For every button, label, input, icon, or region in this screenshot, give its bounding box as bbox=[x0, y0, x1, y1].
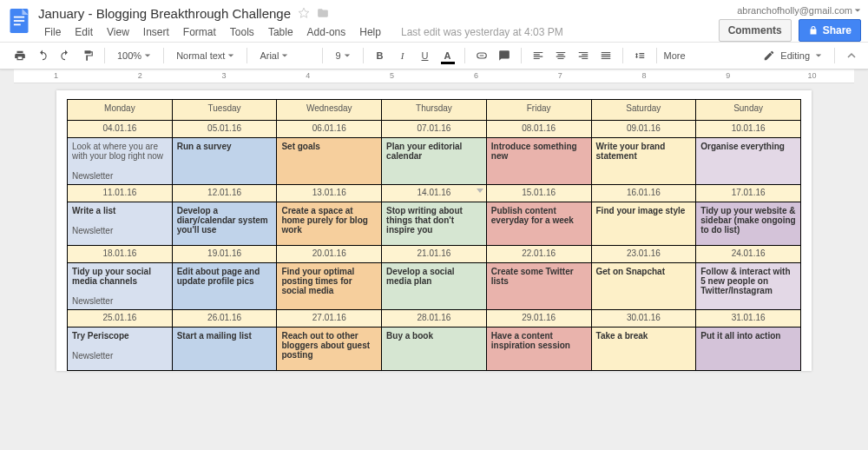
insert-comment-button[interactable] bbox=[495, 46, 514, 65]
date-cell[interactable]: 10.01.16 bbox=[696, 121, 801, 138]
task-cell[interactable]: Set goals bbox=[277, 138, 382, 185]
document-title[interactable]: January - Blogging Breakthrough Challeng… bbox=[38, 6, 291, 21]
star-icon[interactable] bbox=[298, 7, 310, 19]
task-cell[interactable]: Stop writing about things that don't ins… bbox=[382, 202, 487, 246]
align-justify-button[interactable] bbox=[596, 46, 615, 65]
zoom-select[interactable]: 100% bbox=[112, 50, 156, 61]
date-cell[interactable]: 07.01.16 bbox=[382, 121, 487, 138]
menu-format[interactable]: Format bbox=[177, 24, 222, 40]
date-cell[interactable]: 23.01.16 bbox=[591, 246, 696, 263]
paragraph-style-select[interactable]: Normal text bbox=[171, 50, 240, 61]
task-cell[interactable]: Find your optimal posting times for soci… bbox=[277, 263, 382, 310]
date-cell[interactable]: 17.01.16 bbox=[696, 185, 801, 202]
docs-logo[interactable] bbox=[5, 3, 33, 38]
task-cell[interactable]: Tidy up your social media channelsNewsle… bbox=[68, 263, 173, 310]
date-cell[interactable]: 21.01.16 bbox=[382, 246, 487, 263]
date-cell[interactable]: 04.01.16 bbox=[68, 121, 173, 138]
date-cell[interactable]: 13.01.16 bbox=[277, 185, 382, 202]
date-cell[interactable]: 05.01.16 bbox=[172, 121, 277, 138]
collapse-toolbar-button[interactable] bbox=[845, 46, 858, 65]
align-right-button[interactable] bbox=[574, 46, 593, 65]
task-cell[interactable]: Run a survey bbox=[172, 138, 277, 185]
task-cell[interactable]: Plan your editorial calendar bbox=[382, 138, 487, 185]
font-size-select[interactable]: 9 bbox=[330, 50, 355, 61]
date-cell[interactable]: 22.01.16 bbox=[486, 246, 591, 263]
date-cell[interactable]: 18.01.16 bbox=[68, 246, 173, 263]
day-header: Saturday bbox=[591, 100, 696, 121]
date-cell[interactable]: 19.01.16 bbox=[172, 246, 277, 263]
task-cell[interactable]: Buy a book bbox=[382, 328, 487, 371]
italic-button[interactable]: I bbox=[393, 46, 412, 65]
editing-mode-button[interactable]: Editing bbox=[758, 48, 827, 63]
text-color-button[interactable]: A bbox=[438, 46, 457, 65]
comments-button[interactable]: Comments bbox=[719, 19, 792, 42]
task-cell[interactable]: Have a content inspiration session bbox=[486, 328, 591, 371]
menu-add-ons[interactable]: Add-ons bbox=[301, 24, 352, 40]
date-cell[interactable]: 09.01.16 bbox=[591, 121, 696, 138]
task-cell[interactable]: Create some Twitter lists bbox=[486, 263, 591, 310]
menu-help[interactable]: Help bbox=[353, 24, 387, 40]
date-cell[interactable]: 06.01.16 bbox=[277, 121, 382, 138]
task-cell[interactable]: Look at where you are with your blog rig… bbox=[68, 138, 173, 185]
line-spacing-button[interactable] bbox=[630, 46, 649, 65]
task-cell[interactable]: Develop a diary/calendar system you'll u… bbox=[172, 202, 277, 246]
menu-file[interactable]: File bbox=[38, 24, 67, 40]
date-cell[interactable]: 26.01.16 bbox=[172, 310, 277, 328]
align-left-button[interactable] bbox=[529, 46, 548, 65]
bold-button[interactable]: B bbox=[371, 46, 390, 65]
date-cell[interactable]: 12.01.16 bbox=[172, 185, 277, 202]
task-cell[interactable]: Take a break bbox=[591, 328, 696, 371]
redo-button[interactable] bbox=[56, 46, 75, 65]
ruler[interactable]: 12345678910 bbox=[14, 69, 854, 83]
caret-down-icon bbox=[854, 7, 861, 14]
share-button[interactable]: Share bbox=[799, 19, 861, 42]
paint-format-button[interactable] bbox=[78, 46, 97, 65]
task-cell[interactable]: Organise everything bbox=[696, 138, 801, 185]
date-cell[interactable]: 11.01.16 bbox=[68, 185, 173, 202]
date-cell[interactable]: 27.01.16 bbox=[277, 310, 382, 328]
task-cell[interactable]: Publish content everyday for a week bbox=[486, 202, 591, 246]
folder-icon[interactable] bbox=[317, 7, 329, 19]
insert-link-button[interactable] bbox=[472, 46, 491, 65]
task-cell[interactable]: Try PeriscopeNewsletter bbox=[68, 328, 173, 371]
date-cell[interactable]: 14.01.16 bbox=[382, 185, 487, 202]
date-cell[interactable]: 15.01.16 bbox=[486, 185, 591, 202]
menu-table[interactable]: Table bbox=[262, 24, 299, 40]
last-edit-text[interactable]: Last edit was yesterday at 4:03 PM bbox=[401, 26, 563, 38]
task-cell[interactable]: Create a space at home purely for blog w… bbox=[277, 202, 382, 246]
undo-button[interactable] bbox=[33, 46, 52, 65]
date-cell[interactable]: 29.01.16 bbox=[486, 310, 591, 328]
task-cell[interactable]: Introduce something new bbox=[486, 138, 591, 185]
task-cell[interactable]: Tidy up your website & sidebar (make ong… bbox=[696, 202, 801, 246]
date-cell[interactable]: 16.01.16 bbox=[591, 185, 696, 202]
date-cell[interactable]: 24.01.16 bbox=[696, 246, 801, 263]
task-cell[interactable]: Put it all into action bbox=[696, 328, 801, 371]
task-cell[interactable]: Start a mailing list bbox=[172, 328, 277, 371]
more-button[interactable]: More bbox=[664, 50, 687, 61]
task-cell[interactable]: Write your brand statement bbox=[591, 138, 696, 185]
underline-button[interactable]: U bbox=[416, 46, 435, 65]
date-cell[interactable]: 30.01.16 bbox=[591, 310, 696, 328]
menu-tools[interactable]: Tools bbox=[224, 24, 260, 40]
print-button[interactable] bbox=[10, 46, 30, 65]
font-select[interactable]: Arial bbox=[254, 50, 315, 61]
date-cell[interactable]: 20.01.16 bbox=[277, 246, 382, 263]
task-cell[interactable]: Reach out to other bloggers about guest … bbox=[277, 328, 382, 371]
menu-view[interactable]: View bbox=[101, 24, 135, 40]
calendar-table[interactable]: MondayTuesdayWednesdayThursdayFridaySatu… bbox=[67, 99, 801, 371]
task-cell[interactable]: Write a listNewsletter bbox=[68, 202, 173, 246]
menu-edit[interactable]: Edit bbox=[69, 24, 99, 40]
align-center-button[interactable] bbox=[551, 46, 570, 65]
date-cell[interactable]: 25.01.16 bbox=[68, 310, 173, 328]
account-email[interactable]: abranchofholly@gmail.com bbox=[737, 5, 861, 16]
menu-insert[interactable]: Insert bbox=[137, 24, 175, 40]
date-cell[interactable]: 28.01.16 bbox=[382, 310, 487, 328]
task-cell[interactable]: Get on Snapchat bbox=[591, 263, 696, 310]
task-cell[interactable]: Follow & interact with 5 new people on T… bbox=[696, 263, 801, 310]
date-cell[interactable]: 31.01.16 bbox=[696, 310, 801, 328]
document-page[interactable]: MondayTuesdayWednesdayThursdayFridaySatu… bbox=[56, 90, 812, 371]
task-cell[interactable]: Edit about page and update profile pics bbox=[172, 263, 277, 310]
date-cell[interactable]: 08.01.16 bbox=[486, 121, 591, 138]
task-cell[interactable]: Develop a social media plan bbox=[382, 263, 487, 310]
task-cell[interactable]: Find your image style bbox=[591, 202, 696, 246]
